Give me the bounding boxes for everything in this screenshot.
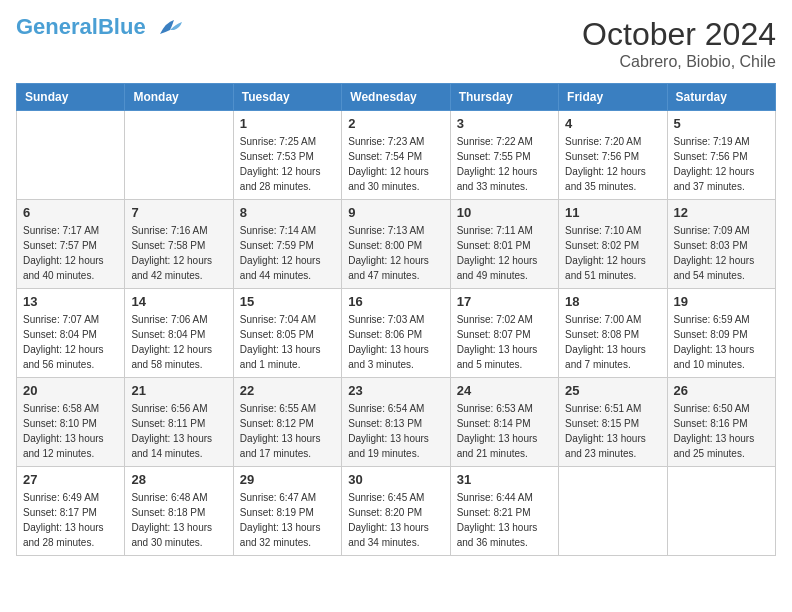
week-row-1: 1Sunrise: 7:25 AMSunset: 7:53 PMDaylight…	[17, 111, 776, 200]
calendar-cell: 18Sunrise: 7:00 AMSunset: 8:08 PMDayligh…	[559, 289, 667, 378]
day-info: Sunrise: 7:19 AMSunset: 7:56 PMDaylight:…	[674, 134, 769, 194]
day-number: 25	[565, 383, 660, 398]
calendar-cell	[559, 467, 667, 556]
calendar-cell: 25Sunrise: 6:51 AMSunset: 8:15 PMDayligh…	[559, 378, 667, 467]
calendar-cell: 16Sunrise: 7:03 AMSunset: 8:06 PMDayligh…	[342, 289, 450, 378]
day-info: Sunrise: 6:45 AMSunset: 8:20 PMDaylight:…	[348, 490, 443, 550]
day-info: Sunrise: 7:00 AMSunset: 8:08 PMDaylight:…	[565, 312, 660, 372]
day-number: 6	[23, 205, 118, 220]
day-number: 29	[240, 472, 335, 487]
weekday-header-friday: Friday	[559, 84, 667, 111]
day-info: Sunrise: 7:17 AMSunset: 7:57 PMDaylight:…	[23, 223, 118, 283]
calendar-cell: 22Sunrise: 6:55 AMSunset: 8:12 PMDayligh…	[233, 378, 341, 467]
day-info: Sunrise: 7:22 AMSunset: 7:55 PMDaylight:…	[457, 134, 552, 194]
calendar-cell: 14Sunrise: 7:06 AMSunset: 8:04 PMDayligh…	[125, 289, 233, 378]
day-info: Sunrise: 6:56 AMSunset: 8:11 PMDaylight:…	[131, 401, 226, 461]
calendar-cell: 11Sunrise: 7:10 AMSunset: 8:02 PMDayligh…	[559, 200, 667, 289]
day-info: Sunrise: 6:44 AMSunset: 8:21 PMDaylight:…	[457, 490, 552, 550]
calendar-cell: 28Sunrise: 6:48 AMSunset: 8:18 PMDayligh…	[125, 467, 233, 556]
calendar-cell: 5Sunrise: 7:19 AMSunset: 7:56 PMDaylight…	[667, 111, 775, 200]
week-row-2: 6Sunrise: 7:17 AMSunset: 7:57 PMDaylight…	[17, 200, 776, 289]
calendar-cell: 12Sunrise: 7:09 AMSunset: 8:03 PMDayligh…	[667, 200, 775, 289]
day-number: 13	[23, 294, 118, 309]
calendar-cell	[17, 111, 125, 200]
calendar-cell: 27Sunrise: 6:49 AMSunset: 8:17 PMDayligh…	[17, 467, 125, 556]
calendar-cell: 19Sunrise: 6:59 AMSunset: 8:09 PMDayligh…	[667, 289, 775, 378]
calendar-cell: 7Sunrise: 7:16 AMSunset: 7:58 PMDaylight…	[125, 200, 233, 289]
logo-bird-icon	[152, 16, 184, 38]
calendar-cell: 6Sunrise: 7:17 AMSunset: 7:57 PMDaylight…	[17, 200, 125, 289]
calendar-cell: 31Sunrise: 6:44 AMSunset: 8:21 PMDayligh…	[450, 467, 558, 556]
day-number: 8	[240, 205, 335, 220]
calendar-cell: 29Sunrise: 6:47 AMSunset: 8:19 PMDayligh…	[233, 467, 341, 556]
day-info: Sunrise: 6:53 AMSunset: 8:14 PMDaylight:…	[457, 401, 552, 461]
day-number: 20	[23, 383, 118, 398]
day-info: Sunrise: 7:04 AMSunset: 8:05 PMDaylight:…	[240, 312, 335, 372]
weekday-header-thursday: Thursday	[450, 84, 558, 111]
day-number: 14	[131, 294, 226, 309]
week-row-4: 20Sunrise: 6:58 AMSunset: 8:10 PMDayligh…	[17, 378, 776, 467]
week-row-5: 27Sunrise: 6:49 AMSunset: 8:17 PMDayligh…	[17, 467, 776, 556]
day-info: Sunrise: 6:54 AMSunset: 8:13 PMDaylight:…	[348, 401, 443, 461]
calendar-cell: 13Sunrise: 7:07 AMSunset: 8:04 PMDayligh…	[17, 289, 125, 378]
calendar-cell: 15Sunrise: 7:04 AMSunset: 8:05 PMDayligh…	[233, 289, 341, 378]
day-info: Sunrise: 7:14 AMSunset: 7:59 PMDaylight:…	[240, 223, 335, 283]
calendar-cell: 24Sunrise: 6:53 AMSunset: 8:14 PMDayligh…	[450, 378, 558, 467]
day-number: 15	[240, 294, 335, 309]
day-number: 19	[674, 294, 769, 309]
calendar-cell: 26Sunrise: 6:50 AMSunset: 8:16 PMDayligh…	[667, 378, 775, 467]
day-number: 1	[240, 116, 335, 131]
day-number: 26	[674, 383, 769, 398]
day-info: Sunrise: 7:02 AMSunset: 8:07 PMDaylight:…	[457, 312, 552, 372]
day-number: 12	[674, 205, 769, 220]
day-number: 18	[565, 294, 660, 309]
day-number: 21	[131, 383, 226, 398]
logo-text: GeneralBlue	[16, 16, 146, 38]
weekday-header-saturday: Saturday	[667, 84, 775, 111]
calendar-cell	[125, 111, 233, 200]
day-info: Sunrise: 6:49 AMSunset: 8:17 PMDaylight:…	[23, 490, 118, 550]
day-info: Sunrise: 6:50 AMSunset: 8:16 PMDaylight:…	[674, 401, 769, 461]
day-info: Sunrise: 7:07 AMSunset: 8:04 PMDaylight:…	[23, 312, 118, 372]
weekday-header-sunday: Sunday	[17, 84, 125, 111]
logo: GeneralBlue	[16, 16, 184, 38]
day-info: Sunrise: 7:06 AMSunset: 8:04 PMDaylight:…	[131, 312, 226, 372]
day-number: 28	[131, 472, 226, 487]
day-number: 23	[348, 383, 443, 398]
location: Cabrero, Biobio, Chile	[582, 53, 776, 71]
day-info: Sunrise: 6:55 AMSunset: 8:12 PMDaylight:…	[240, 401, 335, 461]
day-info: Sunrise: 6:47 AMSunset: 8:19 PMDaylight:…	[240, 490, 335, 550]
day-info: Sunrise: 7:23 AMSunset: 7:54 PMDaylight:…	[348, 134, 443, 194]
calendar-table: SundayMondayTuesdayWednesdayThursdayFrid…	[16, 83, 776, 556]
calendar-cell: 20Sunrise: 6:58 AMSunset: 8:10 PMDayligh…	[17, 378, 125, 467]
day-info: Sunrise: 7:20 AMSunset: 7:56 PMDaylight:…	[565, 134, 660, 194]
title-section: October 2024 Cabrero, Biobio, Chile	[582, 16, 776, 71]
day-info: Sunrise: 7:03 AMSunset: 8:06 PMDaylight:…	[348, 312, 443, 372]
day-number: 7	[131, 205, 226, 220]
calendar-cell	[667, 467, 775, 556]
calendar-cell: 8Sunrise: 7:14 AMSunset: 7:59 PMDaylight…	[233, 200, 341, 289]
day-number: 4	[565, 116, 660, 131]
weekday-header-row: SundayMondayTuesdayWednesdayThursdayFrid…	[17, 84, 776, 111]
day-info: Sunrise: 7:16 AMSunset: 7:58 PMDaylight:…	[131, 223, 226, 283]
calendar-cell: 3Sunrise: 7:22 AMSunset: 7:55 PMDaylight…	[450, 111, 558, 200]
day-info: Sunrise: 6:51 AMSunset: 8:15 PMDaylight:…	[565, 401, 660, 461]
day-info: Sunrise: 7:13 AMSunset: 8:00 PMDaylight:…	[348, 223, 443, 283]
day-number: 16	[348, 294, 443, 309]
calendar-cell: 17Sunrise: 7:02 AMSunset: 8:07 PMDayligh…	[450, 289, 558, 378]
day-number: 11	[565, 205, 660, 220]
week-row-3: 13Sunrise: 7:07 AMSunset: 8:04 PMDayligh…	[17, 289, 776, 378]
day-number: 2	[348, 116, 443, 131]
day-number: 10	[457, 205, 552, 220]
calendar-cell: 21Sunrise: 6:56 AMSunset: 8:11 PMDayligh…	[125, 378, 233, 467]
calendar-cell: 9Sunrise: 7:13 AMSunset: 8:00 PMDaylight…	[342, 200, 450, 289]
day-number: 22	[240, 383, 335, 398]
day-info: Sunrise: 7:11 AMSunset: 8:01 PMDaylight:…	[457, 223, 552, 283]
month-title: October 2024	[582, 16, 776, 53]
day-number: 27	[23, 472, 118, 487]
day-number: 30	[348, 472, 443, 487]
day-number: 17	[457, 294, 552, 309]
day-number: 24	[457, 383, 552, 398]
calendar-cell: 30Sunrise: 6:45 AMSunset: 8:20 PMDayligh…	[342, 467, 450, 556]
day-info: Sunrise: 7:25 AMSunset: 7:53 PMDaylight:…	[240, 134, 335, 194]
